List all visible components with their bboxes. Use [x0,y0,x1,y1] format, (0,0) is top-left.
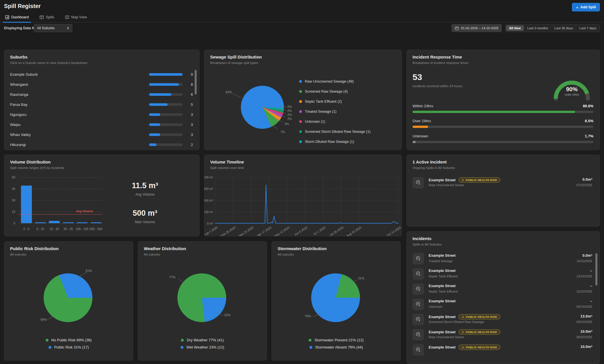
public-health-risk-badge: ⚠PUBLIC HEALTH RISK [458,344,500,350]
legend-label: Septic Tank Effluent (2) [305,100,342,104]
spill-location-icon [413,283,424,295]
legend-item[interactable]: Unknown (1) [299,116,371,126]
incident-street[interactable]: Example Street [429,315,456,319]
legend-item[interactable]: Wet Weather 23% (12) [181,345,224,349]
spill-location-icon [413,268,424,280]
legend-item[interactable]: Dry Weather 77% (41) [181,338,224,342]
incident-date: 09/10/2025 [576,320,592,324]
weather-pie-chart[interactable] [177,273,226,322]
incident-row[interactable]: Example Street⚠PUBLIC HEALTH RISK10.0m³ [413,343,592,358]
max-volume-label: Max Volume [111,220,179,224]
legend-dot [309,346,312,349]
incident-street[interactable]: Example Street [429,268,456,273]
range-last-30-days[interactable]: Last 30 days [551,25,576,31]
legend-label: Storm Diluted Raw Sewage (1) [305,140,354,144]
avg-volume-line-label: Avg Volume [76,209,93,213]
spill-location-icon [413,344,424,356]
suburb-bar-track [149,123,183,126]
suburb-link[interactable]: Example Suburb [10,72,149,77]
legend-label: Screened Storm Diluted Raw Sewage (1) [305,130,371,134]
incident-row[interactable]: Example Street⚠PUBLIC HEALTH RISKRaw Uns… [413,328,592,343]
legend-item[interactable]: Screened Raw Sewage (4) [299,86,371,96]
incident-row[interactable]: Example Street⚠PUBLIC HEALTH RISKScreene… [413,312,592,328]
y-axis-tick: 30 [7,198,15,202]
suburb-link[interactable]: Waipu [10,122,149,127]
incident-row[interactable]: Example StreetSeptic Tank Effluent–10/10… [413,282,592,297]
range-last-3-months[interactable]: Last 3 months [524,25,551,31]
legend-label: No Public Risk 69% (38) [51,338,92,342]
legend-item[interactable]: No Public Risk 69% (38) [46,338,92,342]
legend-item[interactable]: Stormwater Absent 79% (44) [309,345,363,349]
incident-street[interactable]: Example Street [429,330,456,334]
filter-row: Displaying Data for: All Suburbs 01-02-2… [0,24,604,33]
suburb-bar-fill [149,113,160,116]
volume-timeline-chart[interactable]: 600 m³450 m³300 m³150 m³0 m³Feb 1 2025Fe… [204,155,402,236]
stormwater-pie-chart[interactable] [311,273,360,322]
tab-label: Spills [46,15,54,19]
pie-pct-label: 77% [169,275,175,279]
incident-volume: – [590,268,592,273]
response-bar-value: 1.7% [585,134,593,138]
suburb-link[interactable]: Hikurangi [10,143,149,147]
suburb-link[interactable]: Raumanga [10,92,149,97]
legend-item[interactable]: Storm Diluted Raw Sewage (1) [299,137,371,147]
tab-map-view[interactable]: Map View [64,15,88,22]
y-axis-tick: 450 m³ [204,187,213,190]
tab-spills[interactable]: Spills [38,15,55,22]
incident-street[interactable]: Example Street [429,284,456,288]
suburb-link[interactable]: Parua Bay [10,102,149,107]
public-risk-pie-chart[interactable] [44,273,92,322]
incident-volume: – [590,299,592,303]
x-axis-tick: Mar 23 2025 [238,225,254,236]
sewage-legend: Raw Unscreened Sewage (49)Screened Raw S… [299,76,371,147]
active-incident-row[interactable]: Example Street ⚠ PUBLIC HEALTH RISK Raw … [413,176,592,191]
suburbs-scrollbar[interactable] [195,70,197,94]
pie-pct-label: 2% [287,105,292,108]
suburb-row: Example Suburb9 [10,69,193,79]
incident-street[interactable]: Example Street [429,345,456,349]
incident-type: Septic Tank Effluent [429,275,458,278]
response-bar-group: Over 24hrs8.5% [413,119,593,128]
legend-item[interactable]: Public Risk 31% (17) [49,345,89,349]
incident-title-row: Example Street⚠PUBLIC HEALTH RISK [429,329,500,335]
range-last-7-days[interactable]: Last 7 days [576,25,599,31]
incident-row[interactable]: Example StreetSeptic Tank Effluent–13/10… [413,267,592,282]
y-axis-tick: 600 m³ [204,176,213,179]
pie-pct-label: 2% [287,117,292,120]
legend-item[interactable]: Treated Sewage (1) [299,106,371,116]
incident-type: Screened Storm Diluted Raw Sewage [429,320,484,324]
incident-row[interactable]: Example StreetTreated Sewage0.0m³13/10/2… [413,252,592,267]
legend-item[interactable]: Stormwater Present 21% (12) [309,338,363,342]
legend-item[interactable]: Raw Unscreened Sewage (49) [299,76,371,86]
add-spill-button[interactable]: + Add Spill [572,3,600,11]
volume-bar [91,222,102,223]
weather-card: Weather Distribution All suburbs 77% 23%… [138,241,267,361]
response-bar-group: Unknown1.7% [413,134,593,143]
suburb-bar-track [149,93,183,96]
range-all-time[interactable]: All time [506,25,524,31]
suburb-row: Whau Valley3 [10,130,193,140]
incident-street[interactable]: Example Street [429,178,456,182]
suburb-link[interactable]: Ngunguru [10,112,149,117]
date-range-picker[interactable]: 01-02-2025 – 14-10-2025 [452,24,502,32]
suburb-bar-track [149,103,183,106]
suburb-link[interactable]: Whau Valley [10,133,149,137]
incident-row[interactable]: Example StreetUnknown–09/10/2025 [413,297,592,312]
active-incident-card: 1 Active Incident Ongoing Spills in All … [406,155,600,227]
suburb-count: 9 [185,72,193,77]
volume-line-series [215,185,398,223]
page-title: Spill Register [4,3,41,9]
incident-title-row: Example Street [429,299,456,303]
suburb-link[interactable]: Whangarei [10,82,149,87]
suburb-select[interactable]: All Suburbs [34,24,72,32]
legend-item[interactable]: Septic Tank Effluent (2) [299,96,371,106]
incident-street[interactable]: Example Street [429,253,456,258]
suburb-bar-track [149,73,183,76]
incidents-scrollbar[interactable] [595,253,597,285]
tab-dashboard[interactable]: Dashboard [4,15,30,22]
x-axis-tick: 500 - 505 [89,227,103,231]
incident-street[interactable]: Example Street [429,299,456,303]
legend-item[interactable]: Screened Storm Diluted Raw Sewage (1) [299,126,371,137]
legend-dot [299,100,302,103]
legend-dot [299,110,302,113]
